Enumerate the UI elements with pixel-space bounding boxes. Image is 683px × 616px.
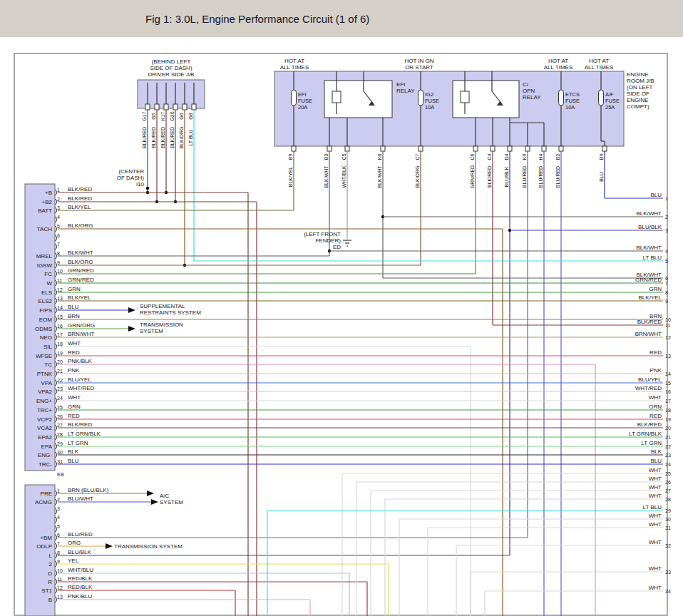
wire-color-label: BLK/ORG [68, 259, 93, 265]
terminal-number: 15 [665, 381, 671, 386]
wire-color-label: WHT/BLK [342, 165, 346, 188]
pin-number: 3 [57, 506, 60, 511]
ecm-pin-name: +B [45, 190, 52, 196]
fuse-symbol [418, 90, 423, 106]
wire-color-label: BLK/RED [170, 127, 175, 148]
terminal-wire-label: BLK/YEL [639, 294, 662, 301]
wire-color-label: LT BLU [188, 129, 193, 145]
terminal-number: 5 [665, 259, 668, 264]
pin-terminal [327, 146, 332, 151]
pin-number: 11 [57, 278, 62, 283]
terminal-wire-label: WHT [649, 521, 662, 528]
wire-color-label: BLK/YEL [68, 204, 91, 210]
wire-color-label: BRN (BLU/BLK) [68, 487, 109, 493]
terminal-wire-label: BLK/WHT [636, 210, 662, 217]
pin-number: 16 [57, 324, 63, 329]
ecm-pin-name: ST1 [41, 587, 52, 594]
hot-label: HOT IN ON [404, 58, 433, 64]
engine-jb-label: ENGINE [627, 97, 649, 103]
wire-color-label: RED/BLK [68, 584, 93, 590]
pin-number: 10 [57, 269, 63, 274]
ecm-pin-name: IGSW [37, 262, 53, 269]
wire-color-label: BLK/RED [142, 127, 147, 148]
ecm-pin-name: PRE [41, 491, 52, 497]
connector-i10-label: OF DASH) [117, 175, 145, 181]
terminal-wire-label: WHT [649, 513, 662, 519]
arrow-icon [106, 543, 113, 549]
fuse-symbol [292, 90, 297, 106]
wire-color-label: LT GRN [68, 440, 88, 446]
terminal-number: 33 [665, 570, 671, 575]
ecm-pin-name: ACMG [35, 499, 52, 505]
wire-color-label: BRN [68, 313, 80, 319]
pin-number: 5 [57, 524, 60, 529]
fuse-label: FUSE [425, 98, 439, 104]
ecm-pin-name: VCP2 [37, 416, 52, 423]
pin-number: 5 [57, 224, 60, 229]
terminal-number: 34 [665, 589, 671, 594]
relay-label: RELAY [523, 94, 541, 101]
terminal-number: 3 [665, 228, 668, 233]
pin-number: 12 [57, 287, 63, 292]
terminal-number: 14 [665, 371, 671, 376]
pin-number: 12 [57, 585, 63, 590]
arrow-icon [128, 326, 135, 332]
pin-code: C6 [470, 153, 475, 160]
pin-code: B4 [599, 154, 604, 160]
terminal-number: 2 [665, 215, 668, 220]
hot-label: OR START [405, 64, 433, 71]
terminal-number: 32 [665, 543, 671, 548]
terminal-number: 22 [665, 444, 671, 449]
terminal-number: 8 [665, 290, 668, 295]
terminal-number: 21 [665, 435, 671, 440]
pin-number: 9 [57, 559, 60, 564]
ecm-pin-name: NEO [40, 334, 52, 341]
wire-color-label: BLU/RED [68, 531, 93, 538]
pin-number: 18 [57, 342, 63, 346]
ecm-pin-name: TACH [37, 226, 52, 232]
wire-color-label: ORG [68, 540, 81, 546]
terminal-wire-label: LT GRN/BLK [629, 431, 662, 437]
wire-color-label: GRN [68, 404, 81, 410]
fuse-symbol [599, 90, 604, 106]
terminal-wire-label: BLU/YEL [638, 376, 662, 383]
wire-color-label: BLU/BLK [68, 549, 92, 555]
wire-color-label: BLK/WHT [377, 165, 382, 188]
fuse-label: A/F [605, 91, 614, 98]
srs-system-label: RESTRAINTS SYSTEM [140, 309, 201, 316]
engine-jb-label: ENGINE [627, 71, 649, 78]
wire-color-label: BLK/RED [68, 195, 92, 202]
relay-box [324, 81, 392, 118]
pin-number: 8 [57, 550, 60, 555]
pin-number: 24 [57, 396, 63, 401]
pin-terminal [345, 146, 349, 151]
ecm-pin-name: R [48, 579, 52, 585]
pin-number: 13 [57, 595, 63, 600]
hot-label: ALL TIMES [280, 64, 309, 71]
ground-ed-label: (LEFT FRONT [304, 231, 341, 237]
wire-color-label: BLU [599, 172, 604, 182]
wire-color-label: BLU [68, 458, 79, 464]
wire-color-label: GRN/RED [470, 165, 475, 188]
junction-dot [146, 187, 149, 190]
pin-number: 22 [57, 378, 63, 383]
arrow-icon [128, 307, 135, 313]
pin-terminal [155, 104, 159, 110]
wire-color-label: BLK [68, 448, 79, 455]
fuse-label: 25A [605, 104, 615, 111]
pin-number: 3 [57, 205, 60, 210]
wire-color-label: PNK/BLK [68, 358, 92, 364]
pin-number: 7 [57, 541, 60, 546]
terminal-wire-label: GRN/RED [635, 277, 662, 283]
terminal-number: 17 [665, 399, 671, 404]
wire-color-label: BLK/YEL [68, 294, 91, 301]
fuse-label: FUSE [605, 98, 620, 104]
engine-jb-label: ROOM J/B [627, 78, 654, 84]
terminal-number: 25 [665, 471, 671, 476]
hot-label: HOT AT [548, 58, 568, 64]
wire-color-label: BLU [68, 304, 79, 310]
wiring-overlay: (BEHIND LEFTSIDE OF DASH)DRIVER SIDE J/B… [0, 0, 683, 616]
ecm-pin-name: TRC- [38, 461, 52, 468]
terminal-number: 26 [665, 480, 671, 485]
pin-terminal [183, 104, 187, 110]
